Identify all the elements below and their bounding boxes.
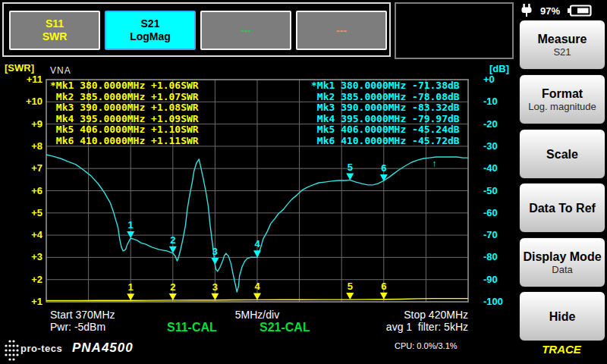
plot-title: VNA: [50, 65, 71, 76]
model-name: PNA4500: [72, 340, 134, 356]
trace-button-line1: ---: [241, 24, 251, 37]
trace-button-line2: LogMag: [130, 30, 171, 43]
side-menu-title: TRACE: [518, 343, 605, 356]
svg-text:2: 2: [170, 234, 175, 246]
svg-text:5: 5: [348, 281, 353, 292]
battery-percent: 97%: [540, 5, 560, 17]
trace-button-3[interactable]: ---: [200, 11, 291, 50]
power-plug-icon: [521, 4, 533, 17]
menu-button-label: Measure: [538, 32, 587, 46]
avg-filter-label: avg 1 filter: 5kHz: [46, 321, 468, 333]
marker-row: *Mk1 380.0000MHz +1.06SWR: [50, 80, 199, 92]
menu-button-label: Data To Ref: [529, 201, 596, 215]
marker-table-swr: *Mk1 380.0000MHz +1.06SWR Mk2 385.0000MH…: [50, 80, 199, 147]
marker-table-db: *Mk1 380.0000MHz -71.38dB Mk2 385.0000MH…: [311, 80, 460, 147]
marker-row: Mk5 406.0000MHz +1.10SWR: [50, 124, 199, 136]
swr-tick-+3: +3: [0, 251, 42, 263]
svg-text:6: 6: [381, 162, 386, 174]
swr-tick-+6: +6: [0, 185, 42, 197]
menu-button-label: Display Mode: [523, 249, 601, 264]
swr-tick-+5: +5: [0, 207, 42, 219]
menu-button-sublabel: Data: [552, 264, 572, 275]
swr-tick-+10: +10: [0, 96, 42, 108]
marker-row: *Mk1 380.0000MHz -71.38dB: [311, 80, 460, 92]
marker-row: Mk3 390.0000MHz -83.32dB: [311, 102, 460, 114]
marker-row: Mk4 395.0000MHz -79.97dB: [311, 114, 460, 125]
menu-button-label: Scale: [546, 147, 578, 162]
trace-button-1[interactable]: S11SWR: [9, 11, 100, 50]
swr-tick-+4: +4: [0, 229, 42, 241]
svg-text:4: 4: [254, 238, 260, 249]
menu-button-display-mode[interactable]: Display ModeData: [519, 237, 605, 287]
svg-text:3: 3: [212, 281, 218, 293]
menu-button-label: Hide: [549, 309, 576, 324]
cpu-usage-label: CPU: 0.0%/3.1%: [395, 341, 458, 350]
marker-row: Mk2 385.0000MHz -78.08dB: [311, 92, 460, 103]
menu-button-data-to-ref[interactable]: Data To Ref: [519, 183, 605, 233]
svg-text:1: 1: [128, 281, 134, 293]
trace-button-2-selected[interactable]: S21LogMag: [105, 11, 196, 50]
menu-button-sublabel: S21: [553, 46, 571, 58]
marker-row: Mk6 410.0000MHz +1.11SWR: [50, 136, 199, 147]
menu-button-measure[interactable]: MeasureS21: [519, 20, 605, 70]
menu-button-format[interactable]: FormatLog. magnitude: [519, 74, 605, 124]
svg-text:5: 5: [348, 162, 353, 173]
marker-row: Mk2 385.0000MHz +1.07SWR: [50, 92, 199, 103]
db-axis-label: [dB]: [489, 63, 509, 74]
swr-tick-+9: +9: [0, 118, 42, 130]
swr-tick-+1: +1: [0, 296, 42, 308]
svg-text:3: 3: [212, 246, 218, 257]
menu-button-hide[interactable]: Hide: [519, 291, 605, 341]
swr-axis-label: [SWR]: [5, 62, 34, 74]
trace-button-line1: S21: [141, 17, 160, 30]
trace-button-line2: SWR: [42, 30, 68, 43]
trace-button-line1: S11: [46, 17, 64, 30]
vna-screen: 97% TRACE [SWR] VNA [dB] 112233445566↑ +…: [0, 0, 607, 364]
swr-tick-+8: +8: [0, 140, 42, 152]
svg-text:↑: ↑: [432, 158, 437, 168]
svg-text:2: 2: [170, 281, 175, 293]
marker-row: Mk5 406.0000MHz -45.24dB: [311, 124, 460, 136]
marker-row: Mk6 410.0000MHz -45.72dB: [311, 136, 460, 147]
spare-trace-panel: [395, 2, 514, 59]
brand-name: pro-tecs: [20, 343, 62, 354]
svg-text:1: 1: [128, 219, 134, 231]
marker-row: Mk3 390.0000MHz +1.08SWR: [50, 102, 199, 114]
swr-tick-+7: +7: [0, 162, 42, 174]
battery-icon: [568, 5, 592, 17]
trace-button-line1: ---: [336, 24, 347, 37]
menu-button-scale[interactable]: Scale: [519, 129, 605, 179]
menu-button-sublabel: Log. magnitude: [528, 101, 596, 112]
trace-button-4[interactable]: ---: [296, 11, 387, 50]
stop-frequency-label: Stop 420MHz: [46, 309, 468, 321]
menu-button-label: Format: [542, 86, 583, 101]
svg-text:4: 4: [254, 281, 260, 292]
brand-logo-dots: [4, 338, 19, 362]
marker-row: Mk4 395.0000MHz +1.09SWR: [50, 114, 199, 125]
power-status: 97%: [521, 3, 605, 18]
svg-text:6: 6: [381, 281, 386, 292]
swr-tick-+2: +2: [0, 274, 42, 286]
swr-tick-+11: +11: [0, 74, 42, 86]
